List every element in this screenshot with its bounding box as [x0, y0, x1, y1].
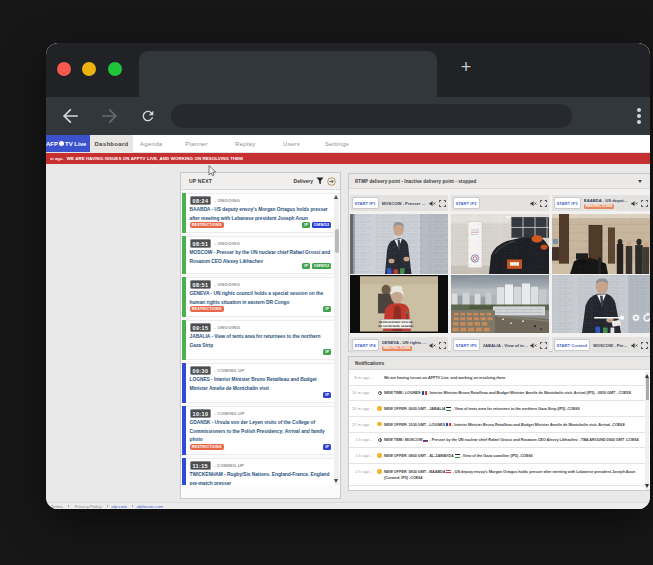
- scrollbar-thumb[interactable]: [335, 229, 339, 253]
- video-cell-header: START IP2: [451, 195, 549, 211]
- alert-banner: m ago- WE ARE HAVING ISSUES ON AFPTV LIV…: [46, 153, 650, 164]
- notification-row[interactable]: 16 m ago - NEW TIME: LOGNES- Interior Mi…: [349, 386, 650, 402]
- video-cell-header: START Curated MOSCOW - Press...: [552, 337, 650, 353]
- up-next-scrollbar[interactable]: [334, 193, 339, 485]
- nav-item-replay[interactable]: Replay: [235, 135, 255, 153]
- flag-icon: [446, 423, 451, 427]
- notification-text-segment: - Presser by the UN nuclear chief Rafael…: [429, 438, 638, 442]
- reload-icon[interactable]: [140, 108, 156, 124]
- nav-item-dashboard[interactable]: Dashboard: [90, 135, 133, 153]
- start-curated-button[interactable]: START Curated: [554, 339, 591, 351]
- notification-icon: [375, 438, 384, 442]
- offer-dot-icon: [377, 406, 381, 410]
- up-next-item[interactable]: 11:15 - COMING UP TWICKENHAM - Rugby/Six…: [182, 458, 335, 485]
- mute-speaker-icon[interactable]: [631, 200, 638, 207]
- footer-link-afpforum[interactable]: afpforum.com: [136, 504, 163, 509]
- up-next-item[interactable]: 08:51 - ONGOING MOSCOW - Presser by the …: [182, 236, 335, 274]
- start-ip4-button[interactable]: START IP4: [352, 339, 379, 351]
- notification-row[interactable]: 2 h ago - NEW OFFER: 0830 GMT - BAABDA- …: [349, 464, 650, 486]
- footer-link-afp[interactable]: afp.com: [111, 504, 127, 509]
- chevron-down-icon[interactable]: [638, 180, 642, 183]
- mute-speaker-icon[interactable]: [530, 200, 537, 207]
- notification-text: NEW TIME: MOSCOW- Presser by the UN nucl…: [384, 437, 639, 443]
- notification-text-segment: NEW OFFER: 0920 GMT - JABALIA: [384, 407, 445, 411]
- start-ip1-button[interactable]: START IP1: [352, 197, 379, 209]
- up-next-item[interactable]: 08:51 - ONGOING GENEVA - UN rights counc…: [182, 277, 335, 317]
- mute-speaker-icon[interactable]: [530, 342, 537, 349]
- nav-item-planner[interactable]: Planner: [185, 135, 208, 153]
- notification-time: 1 h ago -: [349, 453, 375, 459]
- nav-item-users[interactable]: Users: [283, 135, 300, 153]
- notification-time: 2 h ago -: [349, 469, 375, 475]
- filter-funnel-icon[interactable]: [316, 177, 324, 185]
- mute-speaker-icon[interactable]: [631, 342, 638, 349]
- notification-row[interactable]: 8 m ago - We are having issues on AFPTV …: [349, 370, 650, 386]
- notification-text: NEW OFFER: 0920 GMT - JABALIA- View of t…: [384, 406, 580, 412]
- time-badge: 10:10: [190, 409, 212, 418]
- status-color-bar: [182, 236, 186, 274]
- video-cell-header: START IP4 GENEVA - UN rights cou... REST…: [350, 337, 448, 353]
- delivery-filter-label[interactable]: Delivery: [294, 178, 313, 184]
- nav-item-agenda[interactable]: Agenda: [140, 135, 163, 153]
- start-ip5-button[interactable]: START IP5: [453, 339, 480, 351]
- video-feed-moscow[interactable]: [350, 214, 448, 274]
- forward-icon[interactable]: [101, 107, 119, 125]
- fullscreen-icon[interactable]: [540, 342, 547, 349]
- notification-icon: [375, 469, 384, 473]
- browser-toolbar: [46, 97, 650, 135]
- scroll-down-icon[interactable]: [334, 479, 338, 483]
- up-next-item[interactable]: 08:24 - ONGOING BAABDA - US deputy envoy…: [182, 193, 335, 233]
- start-ip3-button[interactable]: START IP3: [554, 197, 581, 209]
- mute-speaker-icon[interactable]: [429, 342, 436, 349]
- mute-speaker-icon[interactable]: [429, 200, 436, 207]
- alert-message: WE ARE HAVING ISSUES ON AFPTV LIVE, AND …: [67, 156, 243, 161]
- video-feed-jabalia[interactable]: [451, 275, 549, 333]
- notification-text-segment: We are having issues on AFPTV Live, and …: [384, 376, 505, 380]
- zoom-window-button[interactable]: [108, 62, 122, 76]
- fullscreen-icon[interactable]: [641, 342, 648, 349]
- status-label: - ONGOING: [214, 198, 240, 203]
- notification-row[interactable]: 1 h ago - NEW TIME: MOSCOW- Presser by t…: [349, 433, 650, 449]
- close-window-button[interactable]: [57, 62, 71, 76]
- notification-time: 26 m ago -: [349, 406, 375, 412]
- back-icon[interactable]: [61, 107, 79, 125]
- notification-row[interactable]: 1 h ago - NEW OFFER: 0800 GMT - AL-ZAWAY…: [349, 448, 650, 464]
- scroll-up-icon[interactable]: [334, 195, 338, 199]
- notification-row[interactable]: 26 m ago - NEW OFFER: 0920 GMT - JABALIA…: [349, 401, 650, 417]
- notification-text-segment: - Interior Minister Bruno Retailleau and…: [452, 423, 624, 427]
- new-tab-button[interactable]: +: [454, 56, 478, 80]
- collapse-panel-icon[interactable]: [327, 177, 336, 186]
- time-badge: 08:24: [190, 196, 212, 205]
- footer-link-terms[interactable]: Terms: [51, 504, 63, 509]
- up-next-item[interactable]: 09:15 - ONGOING JABALIA - View of tents …: [182, 320, 335, 360]
- fullscreen-icon[interactable]: [641, 200, 648, 207]
- video-feed-geneva[interactable]: REPRESENTANT SPECIAL DU SECRETAIRE GENER…: [350, 275, 448, 333]
- video-feed-baabda[interactable]: [552, 214, 650, 274]
- notifications-scrollbar[interactable]: [645, 372, 649, 490]
- delivery-badge: IP: [323, 349, 331, 355]
- notification-text-segment: - View of tents area for returnees to th…: [452, 407, 579, 411]
- status-label: - COMING UP: [214, 368, 244, 373]
- scrollbar-thumb[interactable]: [646, 378, 649, 400]
- video-feed-moscow-curated[interactable]: [552, 275, 650, 333]
- rtmp-header[interactable]: RTMP delivery point - Inactive delivery …: [349, 174, 650, 189]
- notifications-header: Notifications: [349, 357, 650, 370]
- fullscreen-icon[interactable]: [439, 200, 446, 207]
- browser-tab[interactable]: [139, 51, 437, 97]
- address-bar[interactable]: [171, 104, 572, 128]
- browser-menu-icon[interactable]: [634, 106, 643, 127]
- minimize-window-button[interactable]: [82, 62, 96, 76]
- video-feed-ip2[interactable]: [451, 214, 549, 274]
- status-color-bar: [182, 406, 186, 455]
- fullscreen-icon[interactable]: [439, 342, 446, 349]
- delivery-badge: IP: [323, 392, 331, 398]
- notification-row[interactable]: 27 m ago - NEW OFFER: 1030 GMT - LOGNES-…: [349, 417, 650, 433]
- rtmp-title: RTMP delivery point - Inactive delivery …: [355, 179, 476, 184]
- scroll-down-icon[interactable]: [645, 484, 649, 488]
- up-next-item[interactable]: 09:30 - COMING UP LOGNES - Interior Mini…: [182, 363, 335, 403]
- footer-link-privacy[interactable]: Privacy Policy: [74, 504, 101, 509]
- start-ip2-button[interactable]: START IP2: [453, 197, 480, 209]
- nav-item-settings[interactable]: Settings: [325, 135, 349, 153]
- up-next-item[interactable]: 10:10 - COMING UP GDANSK - Ursula von de…: [182, 406, 335, 455]
- fullscreen-icon[interactable]: [540, 200, 547, 207]
